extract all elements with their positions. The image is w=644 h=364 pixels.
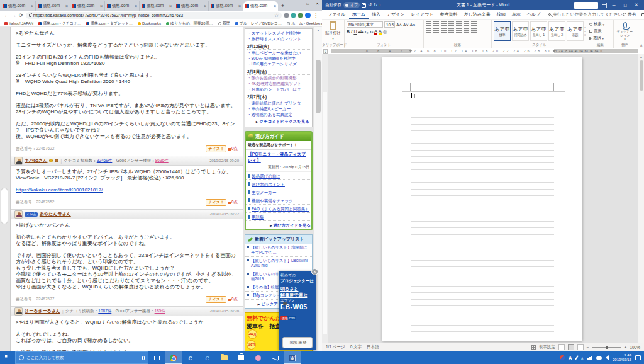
undo-icon[interactable]: ↺ [368, 3, 372, 8]
taskbar-search-box[interactable]: ここに入力して検索 [15, 351, 148, 364]
ime-badge-icon[interactable] [560, 355, 565, 360]
underline-button[interactable]: U [353, 30, 357, 34]
clock[interactable]: 9:49 2019/02/15 [613, 353, 631, 362]
zoom-slider-thumb[interactable] [606, 346, 608, 349]
start-button[interactable] [0, 351, 15, 364]
zoom-level[interactable]: 100% [630, 345, 640, 350]
page-indicator[interactable]: 1/1 ページ [326, 344, 345, 350]
style-cell[interactable]: あア亜 標準 [494, 21, 511, 41]
taskbar-edge[interactable]: e [182, 351, 199, 364]
guide-link[interactable]: 用語集 [246, 213, 311, 221]
profile-avatar[interactable] [305, 13, 311, 18]
username-link[interactable]: キハ65さん [25, 157, 47, 164]
enclose-char-button[interactable]: ㊞ [383, 30, 387, 34]
extension-icon[interactable] [298, 13, 303, 18]
align-left-button[interactable] [426, 28, 431, 33]
ribbon-tab[interactable]: 差し込み文書 [460, 10, 493, 19]
increase-indent-button[interactable] [456, 21, 462, 26]
guide-category-link[interactable]: 【PCモニター・液晶ディスプレイ】 [246, 150, 311, 164]
post-count-link[interactable]: 32469件 [97, 158, 113, 162]
ribbon-tab[interactable]: 表示 [509, 10, 524, 19]
bookmark-item[interactable]: 価格.com - クチコミ… [38, 21, 81, 26]
zoom-out-button[interactable]: − [587, 345, 589, 350]
font-name-combo[interactable]: MS 明朝 (本文 [347, 21, 383, 28]
bookmark-item[interactable]: Bookmarks [138, 21, 161, 26]
sort-button[interactable] [464, 21, 469, 26]
tab-close-icon[interactable]: × [135, 4, 137, 8]
browser-tab[interactable]: 価格.com - × [209, 1, 243, 11]
topic-link[interactable]: ・車にベビーカーを乗せたい [247, 50, 310, 55]
word-scrollbar[interactable]: ▲ [638, 54, 644, 343]
zoom-slider[interactable] [592, 347, 621, 348]
style-cell[interactable]: あア亜 見出し 2 [548, 21, 565, 41]
zoom-in-button[interactable]: + [625, 345, 627, 350]
subscript-button[interactable]: x₂ [364, 30, 368, 34]
forward-icon[interactable]: → [11, 13, 16, 18]
display-settings-label[interactable]: 表示設定 [539, 344, 555, 350]
history-button[interactable]: 閲覧履歴 [282, 337, 313, 348]
topic-link[interactable]: ・4K処理対応動画編集ソフト [247, 81, 310, 86]
microphone-icon[interactable] [142, 356, 145, 360]
borders-button[interactable] [471, 28, 477, 33]
network-icon[interactable] [587, 356, 592, 360]
task-view-button[interactable] [148, 351, 165, 364]
topics-more-link[interactable]: ▶ クチコミトピックスを見る [248, 119, 309, 125]
strikethrough-button[interactable]: ab [358, 30, 363, 34]
nice-button[interactable]: ナイス！ [206, 199, 226, 206]
shrink-font-button[interactable]: A˅ [403, 23, 409, 27]
browser-tab[interactable]: 価格.com - × [174, 1, 209, 11]
topic-link[interactable]: ・車の純正6スピーカー [247, 106, 310, 111]
guide-link[interactable]: 機能や装備をチェック [246, 196, 311, 205]
pickup-link[interactable]: 【欲しいものリスト】DeskMini A300 mid [245, 257, 312, 270]
ribbon-tab[interactable]: ファイル [325, 10, 349, 19]
bold-button[interactable]: B [347, 30, 350, 34]
ribbon-tab[interactable]: デザイン [384, 10, 408, 19]
indent-marker[interactable] [409, 50, 413, 52]
italic-button[interactable]: I [351, 30, 352, 34]
tab-close-icon[interactable]: × [31, 4, 33, 8]
qat-dropdown-icon[interactable]: ▾ [379, 3, 381, 7]
topic-link[interactable]: 2月12日(火) [247, 43, 310, 50]
bullets-button[interactable] [426, 21, 431, 26]
save-icon[interactable] [362, 3, 366, 8]
extension-icon[interactable] [291, 13, 296, 18]
redo-icon[interactable]: ↻ [374, 3, 377, 8]
nice-button[interactable]: ナイス！ [206, 296, 226, 303]
bookmark-star-icon[interactable]: ☆ [274, 13, 279, 18]
taskbar-chrome[interactable] [165, 351, 182, 364]
reload-icon[interactable]: ⟳ [19, 13, 23, 18]
scroll-up-icon[interactable]: ▲ [314, 27, 322, 32]
scrollbar-thumb[interactable] [316, 60, 321, 113]
bookmark-item[interactable]: 履歴 [218, 21, 230, 26]
collapse-ribbon-icon[interactable]: ∧ [640, 43, 643, 47]
bookmark-item[interactable]: 価格.com - タブレット… [86, 21, 133, 26]
guide-link[interactable]: 製品選びの前に [246, 172, 311, 180]
change-case-button[interactable]: Aa [410, 23, 416, 27]
taskbar-mail[interactable] [267, 351, 284, 364]
tab-close-icon[interactable]: × [274, 4, 276, 8]
browser-tab[interactable]: 価格.com - × [105, 1, 140, 11]
tab-close-icon[interactable]: × [169, 4, 172, 8]
style-cell[interactable]: あア亜 見出し 1 [530, 21, 547, 41]
extension-icon[interactable] [284, 13, 289, 18]
guide-link[interactable]: 主なメーカー [246, 188, 311, 196]
taskbar-internet-explorer[interactable]: e [199, 351, 216, 364]
minimize-icon[interactable]: ─ [609, 3, 618, 8]
signin-box[interactable] [574, 2, 598, 9]
display-settings-icon[interactable] [531, 345, 536, 350]
align-center-button[interactable] [433, 28, 439, 33]
pickup-link[interactable]: 【欲しいものリスト】増税前にサブPCでも… [245, 244, 312, 257]
onedrive-cloud-icon[interactable] [596, 356, 602, 360]
guide-link[interactable]: 選び方のポイント [246, 180, 311, 188]
multilevel-list-button[interactable] [441, 21, 447, 26]
browser-tab[interactable]: 価格.com - × [70, 1, 105, 11]
bookmark-item[interactable]: Yahoo! JAPAN [4, 21, 33, 26]
read-mode-button[interactable] [558, 344, 565, 350]
indent-marker[interactable] [552, 50, 556, 52]
browser-tab[interactable]: 価格.com - × [1, 1, 36, 11]
taskbar-file-explorer[interactable] [216, 351, 233, 364]
tab-stop-selector[interactable]: L [323, 49, 328, 54]
good-answer-link[interactable]: 185件 [155, 309, 165, 313]
speaker-icon[interactable] [606, 355, 609, 360]
tab-close-icon[interactable]: × [100, 4, 103, 8]
